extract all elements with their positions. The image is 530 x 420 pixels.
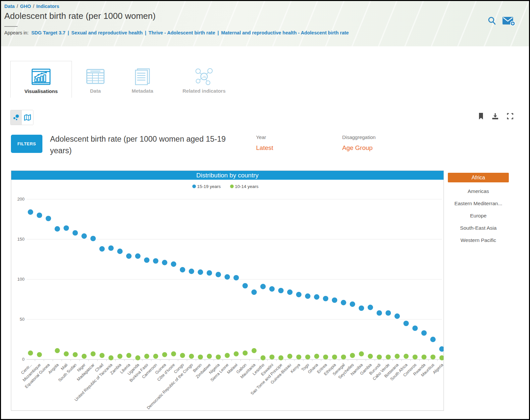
data-point-15-19-years[interactable] [242,283,248,288]
tab-visualisations[interactable]: Visualisations [10,61,72,98]
map-view-button[interactable] [22,110,33,125]
legend-marker[interactable] [230,185,234,188]
region-item-europe[interactable]: Europe [448,210,509,222]
data-point-10-14-years[interactable] [225,353,230,358]
data-point-15-19-years[interactable] [90,236,96,241]
data-point-15-19-years[interactable] [421,330,427,336]
legend-marker[interactable] [192,185,196,188]
data-point-15-19-years[interactable] [377,310,382,315]
data-point-15-19-years[interactable] [108,245,114,251]
data-point-15-19-years[interactable] [216,272,221,277]
data-point-10-14-years[interactable] [314,354,319,359]
tab-metadata[interactable]: Metadata [119,61,166,98]
data-point-10-14-years[interactable] [28,350,33,355]
data-point-15-19-years[interactable] [251,290,257,295]
legend-item[interactable]: 15-19 years [197,184,221,189]
data-point-15-19-years[interactable] [153,258,158,263]
data-point-10-14-years[interactable] [421,354,426,359]
data-point-10-14-years[interactable] [251,348,256,353]
data-point-10-14-years[interactable] [412,354,417,359]
data-point-15-19-years[interactable] [287,290,292,295]
data-point-10-14-years[interactable] [341,354,346,359]
legend-item[interactable]: 10-14 years [235,184,259,189]
data-point-15-19-years[interactable] [135,254,140,259]
data-point-15-19-years[interactable] [207,270,212,275]
data-point-15-19-years[interactable] [180,267,185,272]
data-point-10-14-years[interactable] [216,354,221,359]
filters-button[interactable]: FILTERS [11,135,42,153]
data-point-10-14-years[interactable] [260,355,265,360]
data-point-10-14-years[interactable] [350,353,355,358]
data-point-15-19-years[interactable] [28,210,33,215]
data-point-10-14-years[interactable] [305,354,310,359]
region-item-africa[interactable]: Africa [448,173,509,182]
download-icon[interactable] [492,113,499,121]
data-point-15-19-years[interactable] [126,254,132,259]
data-point-10-14-years[interactable] [269,354,274,359]
data-point-10-14-years[interactable] [108,355,113,360]
data-point-15-19-years[interactable] [269,286,275,292]
tab-data[interactable]: Data [72,61,119,98]
data-point-10-14-years[interactable] [395,354,399,359]
data-point-15-19-years[interactable] [341,300,346,305]
data-point-10-14-years[interactable] [242,350,247,355]
data-point-15-19-years[interactable] [144,257,149,263]
data-point-15-19-years[interactable] [225,274,230,280]
data-point-15-19-years[interactable] [37,212,42,218]
data-point-15-19-years[interactable] [439,346,444,351]
data-point-10-14-years[interactable] [198,354,203,359]
mail-subscribe-icon[interactable] [502,16,516,27]
data-point-15-19-years[interactable] [430,337,436,342]
data-point-15-19-years[interactable] [305,294,310,299]
data-point-15-19-years[interactable] [350,302,355,307]
data-point-10-14-years[interactable] [180,353,185,358]
disaggregation-value[interactable]: Age Group [342,144,376,152]
appears-link-maternal[interactable]: Maternal and reproductive health - Adole… [221,30,349,35]
data-point-10-14-years[interactable] [81,354,86,359]
data-point-15-19-years[interactable] [386,310,391,315]
data-point-10-14-years[interactable] [171,351,176,356]
breadcrumb-data[interactable]: Data [4,4,15,9]
data-point-10-14-years[interactable] [403,354,408,359]
tab-related-indicators[interactable]: Related indicators [166,61,242,98]
data-point-15-19-years[interactable] [278,288,284,293]
breadcrumb-gho[interactable]: GHO [20,4,31,9]
data-point-15-19-years[interactable] [323,296,328,301]
data-point-10-14-years[interactable] [90,351,95,356]
data-point-10-14-years[interactable] [377,354,382,359]
data-point-10-14-years[interactable] [55,348,60,353]
data-point-15-19-years[interactable] [260,284,266,289]
search-icon[interactable] [487,16,497,27]
data-point-10-14-years[interactable] [37,352,42,357]
data-point-15-19-years[interactable] [403,321,409,326]
data-point-10-14-years[interactable] [368,354,373,359]
data-point-10-14-years[interactable] [73,352,78,357]
data-point-15-19-years[interactable] [412,325,418,331]
data-point-10-14-years[interactable] [296,354,301,359]
data-point-15-19-years[interactable] [81,233,87,239]
region-item-americas[interactable]: Americas [448,185,509,197]
data-point-15-19-years[interactable] [198,269,203,275]
data-point-15-19-years[interactable] [314,294,319,300]
data-point-10-14-years[interactable] [278,355,283,360]
data-point-15-19-years[interactable] [46,216,51,221]
data-point-10-14-years[interactable] [189,354,194,359]
data-point-10-14-years[interactable] [117,354,122,359]
data-point-10-14-years[interactable] [234,351,238,356]
bookmark-icon[interactable] [478,113,484,121]
data-point-15-19-years[interactable] [99,246,105,252]
data-point-10-14-years[interactable] [64,351,69,356]
data-point-10-14-years[interactable] [287,354,292,359]
data-point-15-19-years[interactable] [395,313,400,319]
data-point-15-19-years[interactable] [73,230,78,235]
scatter-view-button[interactable] [11,110,22,125]
data-point-10-14-years[interactable] [332,354,337,359]
region-item-eastern-mediterranean[interactable]: Eastern Mediterran... [448,197,509,210]
data-point-10-14-years[interactable] [135,355,140,360]
data-point-15-19-years[interactable] [55,226,60,231]
appears-link-sdg[interactable]: SDG Target 3.7 [31,30,65,35]
appears-link-thrive[interactable]: Thrive - Adolescent birth rate [149,30,215,35]
data-point-10-14-years[interactable] [153,354,158,359]
data-point-15-19-years[interactable] [296,292,301,297]
data-point-15-19-years[interactable] [189,269,194,274]
